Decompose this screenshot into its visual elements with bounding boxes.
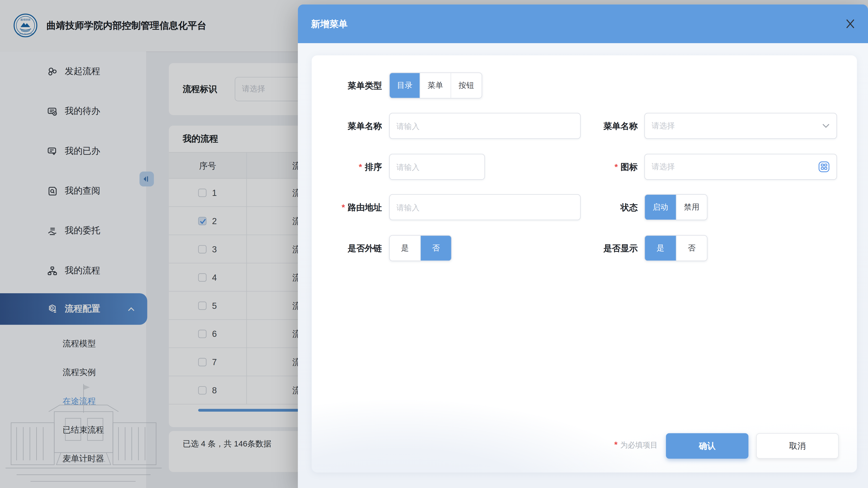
dialog-form-card: 菜单类型 目录 菜单 按钮 菜单名称 菜单名称 请选择 *排序 <box>312 55 857 473</box>
menu-type-option-button[interactable]: 按钮 <box>451 73 482 98</box>
icon-select[interactable]: 请选择 <box>645 154 837 180</box>
route-input[interactable] <box>389 194 581 220</box>
close-icon[interactable] <box>845 18 856 29</box>
parent-menu-name-label: 菜单名称 <box>572 113 638 139</box>
menu-type-option-directory[interactable]: 目录 <box>390 73 421 98</box>
status-label: 状态 <box>572 194 638 220</box>
visible-option-no[interactable]: 否 <box>677 236 707 260</box>
sort-input[interactable] <box>389 154 485 180</box>
external-link-option-no[interactable]: 否 <box>421 236 451 260</box>
required-asterisk: * <box>614 440 618 449</box>
status-segment: 启动 禁用 <box>645 194 708 220</box>
screen: 曲靖技师 QUJING TECHNICIAN 曲靖技师学院内部控制管理信息化平台… <box>0 0 868 488</box>
required-asterisk: * <box>359 162 362 172</box>
add-menu-dialog: 新增菜单 菜单类型 目录 菜单 按钮 菜单名称 菜单名称 请选择 <box>298 4 868 488</box>
chevron-down-icon <box>822 123 830 128</box>
visible-label: 是否显示 <box>572 235 638 261</box>
visible-segment: 是 否 <box>645 235 708 261</box>
menu-type-label: 菜单类型 <box>317 72 382 98</box>
dialog-body: 菜单类型 目录 菜单 按钮 菜单名称 菜单名称 请选择 *排序 <box>298 43 868 488</box>
confirm-button[interactable]: 确认 <box>666 433 748 459</box>
external-link-label: 是否外链 <box>317 235 382 261</box>
menu-type-segment: 目录 菜单 按钮 <box>389 72 482 98</box>
route-label: *路由地址 <box>312 194 382 220</box>
sort-label: *排序 <box>317 154 382 180</box>
required-asterisk: * <box>615 162 618 172</box>
menu-name-input[interactable] <box>389 113 581 139</box>
status-option-enabled[interactable]: 启动 <box>645 195 677 220</box>
external-link-option-yes[interactable]: 是 <box>390 236 421 260</box>
app-grid-icon <box>818 161 830 173</box>
required-note: *为必填项目 <box>533 440 657 451</box>
icon-label: *图标 <box>572 154 638 180</box>
menu-name-label: 菜单名称 <box>317 113 382 139</box>
cancel-button[interactable]: 取消 <box>756 433 839 459</box>
parent-menu-select[interactable]: 请选择 <box>645 113 837 139</box>
required-asterisk: * <box>342 202 345 212</box>
menu-type-option-menu[interactable]: 菜单 <box>421 73 451 98</box>
icon-select-placeholder: 请选择 <box>651 162 818 172</box>
visible-option-yes[interactable]: 是 <box>645 236 677 260</box>
dialog-title: 新增菜单 <box>311 4 348 43</box>
parent-menu-select-placeholder: 请选择 <box>651 121 822 131</box>
dialog-header: 新增菜单 <box>298 4 868 43</box>
external-link-segment: 是 否 <box>389 235 452 261</box>
status-option-disabled[interactable]: 禁用 <box>677 195 707 220</box>
